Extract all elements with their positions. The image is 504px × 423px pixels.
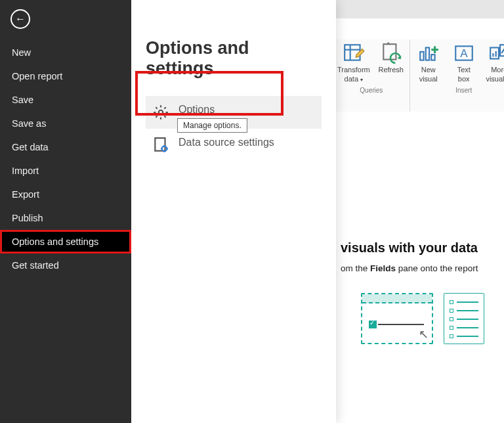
- backstage-menu-get-data[interactable]: Get data: [0, 135, 131, 159]
- ribbon-new-visual[interactable]: New visual: [414, 42, 443, 83]
- backstage-menu-publish[interactable]: Publish: [0, 206, 131, 230]
- backstage-list: Options Manage options. Data source sett…: [146, 96, 322, 162]
- more-visuals-icon: [488, 42, 504, 64]
- ribbon: Transform data ▾ Refresh Queries New vis…: [333, 39, 504, 112]
- chevron-down-icon: ▾: [360, 77, 363, 83]
- arrow-left-icon: ←: [15, 13, 26, 25]
- check-icon: [369, 321, 377, 328]
- file-backstage: ← NewOpen reportSaveSave asGet dataImpor…: [0, 0, 336, 423]
- backstage-item-data-source-settings[interactable]: Data source settings: [146, 129, 322, 162]
- svg-point-15: [159, 110, 163, 115]
- backstage-main: Options and settings Options Manage opti…: [131, 0, 336, 423]
- backstage-menu-open-report[interactable]: Open report: [0, 64, 131, 88]
- backstage-item-label: Data source settings: [178, 137, 274, 148]
- backstage-menu-get-started[interactable]: Get started: [0, 254, 131, 277]
- ribbon-group-label: Insert: [455, 87, 472, 94]
- svg-rect-11: [490, 48, 499, 59]
- ribbon-more-visuals[interactable]: More visuals ▾: [485, 42, 504, 83]
- backstage-menu-import[interactable]: Import: [0, 159, 131, 183]
- ribbon-btn-line1: Transform: [337, 66, 370, 74]
- illus-fields-box: [444, 293, 484, 344]
- ribbon-transform-data[interactable]: Transform data ▾: [337, 42, 370, 83]
- data-source-gear-icon: [152, 137, 169, 154]
- illus-canvas-box: ↖: [361, 293, 433, 344]
- backstage-menu-options-and-settings[interactable]: Options and settings: [0, 230, 131, 254]
- ribbon-group-queries: Transform data ▾ Refresh Queries: [333, 39, 410, 112]
- gear-icon: [152, 104, 169, 121]
- svg-rect-5: [425, 48, 429, 60]
- svg-rect-0: [345, 45, 360, 60]
- svg-text:A: A: [460, 47, 468, 60]
- backstage-sidebar: ← NewOpen reportSaveSave asGet dataImpor…: [0, 0, 131, 423]
- backstage-item-options[interactable]: Options Manage options.: [146, 96, 322, 129]
- back-button[interactable]: ←: [10, 9, 30, 29]
- backstage-menu-save[interactable]: Save: [0, 88, 131, 112]
- backstage-item-label: Options: [178, 104, 215, 116]
- svg-rect-6: [431, 55, 434, 60]
- ribbon-group-label: Queries: [360, 87, 383, 94]
- svg-rect-13: [495, 51, 496, 57]
- backstage-menu-save-as[interactable]: Save as: [0, 112, 131, 135]
- report-canvas: visuals with your data om the Fields pan…: [333, 112, 504, 423]
- svg-rect-4: [420, 52, 423, 60]
- canvas-heading: visuals with your data: [341, 240, 504, 256]
- svg-rect-16: [155, 138, 165, 151]
- textbox-icon: A: [453, 42, 475, 64]
- canvas-desc: om the Fields pane onto the report: [341, 263, 504, 273]
- chart-plus-icon: [417, 42, 440, 64]
- ribbon-text-box[interactable]: A Text box: [450, 42, 478, 83]
- ribbon-refresh[interactable]: Refresh: [377, 42, 406, 83]
- cursor-icon: ↖: [419, 327, 429, 342]
- refresh-icon: [380, 42, 402, 64]
- backstage-menu-export[interactable]: Export: [0, 183, 131, 206]
- backstage-title: Options and settings: [146, 38, 322, 79]
- backstage-menu-new[interactable]: New: [0, 41, 131, 64]
- ribbon-group-insert: New visual A Text box More visuals ▾ Ins…: [410, 39, 504, 112]
- table-edit-icon: [343, 42, 365, 64]
- svg-rect-12: [492, 53, 494, 56]
- canvas-illustration: ↖: [341, 293, 504, 344]
